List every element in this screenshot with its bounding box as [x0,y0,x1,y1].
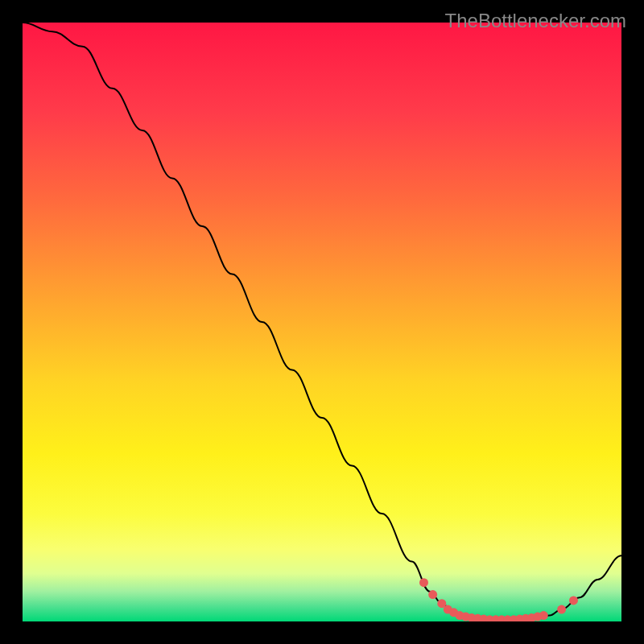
data-dot [419,578,428,587]
chart-svg [23,23,621,621]
data-dot [569,596,578,605]
watermark-text: TheBottlenecker.com [445,10,626,32]
data-dot [428,590,437,599]
chart-container [23,23,621,621]
data-dot [557,605,566,614]
gradient-background [23,23,621,621]
data-dot [539,611,548,620]
